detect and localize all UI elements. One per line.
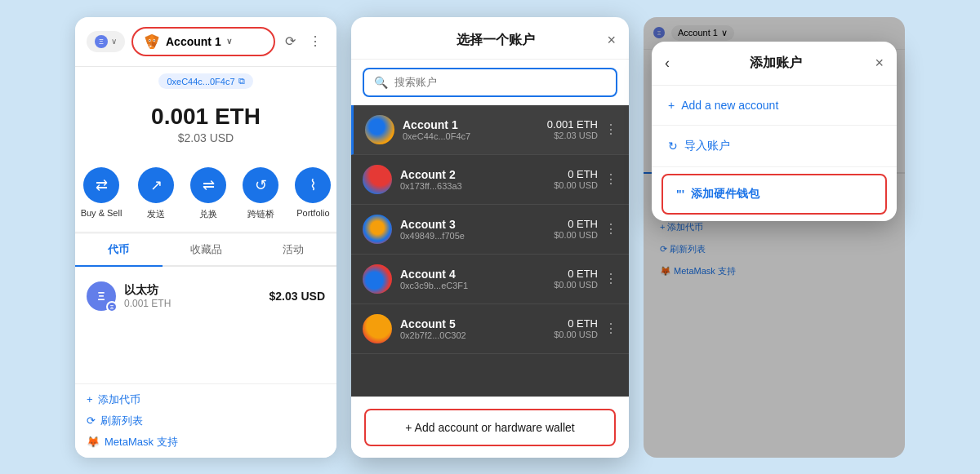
usd-balance: $2.03 USD [75, 131, 336, 144]
account-addr-5: 0x2b7f2...0C302 [400, 330, 554, 340]
account-balance-5: 0 ETH $0.00 USD [554, 317, 598, 339]
buy-sell-action[interactable]: ⇄ Buy & Sell [81, 167, 122, 220]
send-action[interactable]: ↗ 发送 [138, 167, 174, 220]
account-name-label: Account 1 [166, 35, 221, 48]
svg-point-9 [149, 39, 150, 40]
metamask-support-link[interactable]: 🦊 MetaMask 支持 [87, 435, 325, 450]
hardware-wallet-icon: "' [676, 188, 684, 201]
bg-refresh: ⟳ 刷新列表 [652, 238, 897, 260]
account-name-2: Account 2 [400, 168, 554, 181]
bg-chevron-icon: ∨ [721, 28, 728, 38]
account-usd-5: $0.00 USD [554, 330, 598, 339]
wallet-footer: + 添加代币 ⟳ 刷新列表 🦊 MetaMask 支持 [75, 383, 336, 458]
add-account-title: 添加账户 [676, 55, 875, 72]
buy-sell-label: Buy & Sell [81, 208, 122, 218]
search-accounts-input[interactable] [394, 76, 606, 88]
token-row-eth[interactable]: Ξ Ξ 以太坊 0.001 ETH $2.03 USD [87, 275, 325, 317]
account-row-5[interactable]: Account 5 0x2b7f2...0C302 0 ETH $0.00 US… [351, 304, 629, 354]
bg-footer: + 添加代币 ⟳ 刷新列表 🦊 MetaMask 支持 [644, 211, 905, 287]
account-addr-2: 0x173ff...633a3 [400, 181, 554, 191]
refresh-label: 刷新列表 [100, 414, 143, 428]
modal-header: 选择一个账户 × [351, 17, 629, 60]
token-amount-eth: 0.001 ETH [124, 298, 261, 309]
copy-icon: ⧉ [238, 76, 245, 86]
account-row-1[interactable]: Account 1 0xeC44c...0F4c7 0.001 ETH $2.0… [351, 105, 629, 155]
account-eth-1: 0.001 ETH [547, 118, 598, 131]
close-add-account-button[interactable]: × [875, 55, 884, 70]
back-button[interactable]: ‹ [665, 55, 670, 72]
account-selector-button[interactable]: Account 1 ∨ [131, 27, 275, 56]
account-eth-4: 0 ETH [554, 268, 598, 280]
buy-sell-icon: ⇄ [83, 167, 119, 203]
account-row-3[interactable]: Account 3 0x49849...f705e 0 ETH $0.00 US… [351, 205, 629, 255]
account-row-2[interactable]: Account 2 0x173ff...633a3 0 ETH $0.00 US… [351, 155, 629, 205]
bridge-action[interactable]: ↺ 跨链桥 [243, 167, 278, 220]
modal-footer: + Add account or hardware wallet [351, 396, 629, 458]
add-hw-label: + Add account or hardware wallet [405, 421, 574, 434]
import-icon: ↻ [668, 140, 678, 153]
chevron-down-icon: ∨ [111, 37, 117, 46]
account-more-icon-2[interactable]: ⋮ [604, 171, 617, 187]
eth-token-icon: Ξ Ξ [87, 281, 116, 311]
account-addr-1: 0xeC44c...0F4c7 [403, 131, 547, 141]
account-avatar-1 [365, 115, 394, 144]
portfolio-icon: ⌇ [295, 167, 331, 203]
add-token-link[interactable]: + 添加代币 [87, 392, 325, 407]
add-hardware-wallet-option[interactable]: "' 添加硬件钱包 [662, 174, 887, 215]
tab-collectibles[interactable]: 收藏品 [163, 234, 250, 265]
account-usd-2: $0.00 USD [554, 180, 598, 190]
main-wallet-panel: Ξ ∨ Account 1 ∨ ⟳ ⋮ [75, 17, 336, 458]
portfolio-action[interactable]: ⌇ Portfolio [295, 167, 331, 220]
balance-section: 0.001 ETH $2.03 USD [75, 95, 336, 156]
bg-account-name: Account 1 [678, 28, 718, 38]
metamask-fox-icon [143, 33, 161, 51]
account-name-5: Account 5 [400, 317, 554, 330]
refresh-icon: ⟳ [87, 414, 96, 427]
network-selector-button[interactable]: Ξ ∨ [87, 31, 125, 52]
account-addr-4: 0xc3c9b...eC3F1 [400, 281, 554, 290]
connect-icon[interactable]: ⟳ [282, 30, 299, 52]
tab-activity[interactable]: 活动 [249, 234, 336, 265]
account-eth-2: 0 ETH [554, 168, 598, 180]
add-new-icon: + [668, 99, 675, 112]
account-more-icon-1[interactable]: ⋮ [604, 122, 617, 137]
account-eth-3: 0 ETH [554, 218, 598, 230]
accounts-list: Account 1 0xeC44c...0F4c7 0.001 ETH $2.0… [351, 105, 629, 396]
account-avatar-5 [363, 314, 392, 343]
add-account-modal: ‹ 添加账户 × + Add a new account ↻ 导入账户 "' 添… [652, 42, 897, 221]
action-buttons: ⇄ Buy & Sell ↗ 发送 ⇌ 兑换 ↺ 跨链桥 ⌇ Portfolio [75, 156, 336, 233]
add-new-account-option[interactable]: + Add a new account [652, 86, 897, 126]
header-icons: ⟳ ⋮ [282, 30, 325, 52]
add-account-hardware-button[interactable]: + Add account or hardware wallet [364, 409, 616, 446]
wallet-address: 0xeC44c...0F4c7 [167, 77, 234, 86]
tab-tokens[interactable]: 代币 [75, 234, 163, 265]
account-more-icon-4[interactable]: ⋮ [604, 271, 617, 286]
account-row-4[interactable]: Account 4 0xc3c9b...eC3F1 0 ETH $0.00 US… [351, 255, 629, 304]
add-account-header: ‹ 添加账户 × [652, 42, 897, 86]
send-icon: ↗ [138, 167, 174, 203]
account-name-3: Account 3 [400, 218, 554, 231]
eth-badge: Ξ [106, 301, 118, 312]
account-usd-1: $2.03 USD [547, 131, 598, 140]
bg-support: 🦊 MetaMask 支持 [652, 260, 897, 282]
close-modal-button[interactable]: × [607, 33, 616, 47]
token-info-eth: 以太坊 0.001 ETH [124, 283, 261, 309]
address-chip[interactable]: 0xeC44c...0F4c7 ⧉ [158, 73, 252, 89]
add-account-overlay: Ξ Account 1 ∨ 0.001 ETH $2.03 USD ⇄ Buy … [644, 17, 905, 458]
token-name-eth: 以太坊 [124, 283, 261, 298]
modal-title: 选择一个账户 [384, 32, 607, 49]
account-balance-1: 0.001 ETH $2.03 USD [547, 118, 598, 140]
search-icon: 🔍 [374, 76, 388, 89]
swap-icon: ⇌ [190, 167, 226, 203]
add-token-icon: + [87, 393, 93, 405]
swap-action[interactable]: ⇌ 兑换 [190, 167, 226, 220]
account-avatar-3 [363, 215, 392, 244]
refresh-list-link[interactable]: ⟳ 刷新列表 [87, 414, 325, 428]
import-account-option[interactable]: ↻ 导入账户 [652, 126, 897, 167]
svg-point-10 [154, 39, 154, 40]
search-input-wrap: 🔍 [363, 68, 617, 97]
account-more-icon-3[interactable]: ⋮ [604, 221, 617, 237]
account-more-icon-5[interactable]: ⋮ [604, 321, 617, 336]
fox-small-icon: 🦊 [87, 436, 100, 448]
more-options-icon[interactable]: ⋮ [305, 30, 325, 52]
